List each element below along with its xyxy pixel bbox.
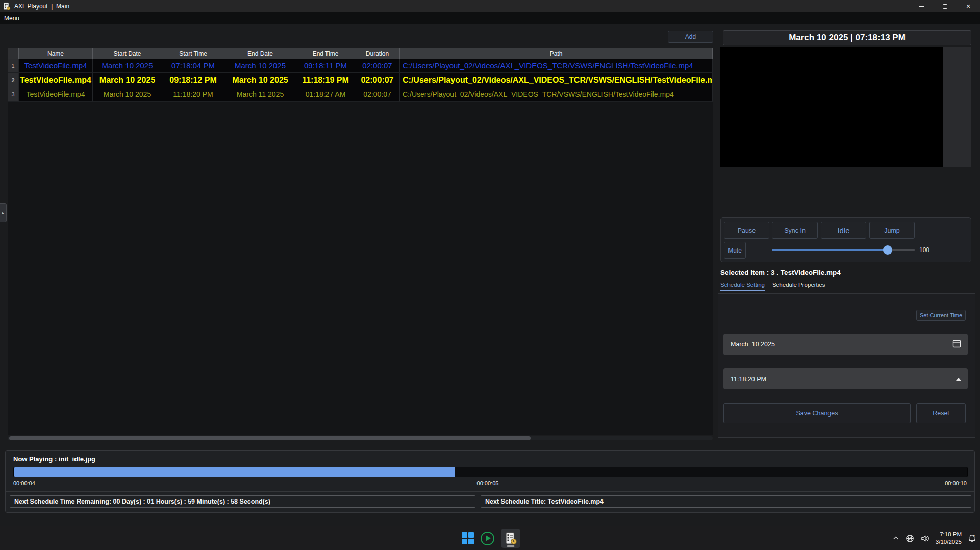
taskbar-time: 7:18 PM [936,531,962,538]
app-icon [3,2,11,10]
cell-start-date: March 10 2025 [93,73,162,87]
volume-slider-thumb[interactable] [883,245,892,255]
column-header-start-time[interactable]: Start Time [162,48,224,59]
column-header-start-date[interactable]: Start Date [93,48,162,59]
tab-schedule-setting[interactable]: Schedule Setting [720,282,765,291]
table-row[interactable]: 2 TestVideoFile.mp4 March 10 2025 09:18:… [8,73,713,87]
current-datetime-header: March 10 2025 | 07:18:13 PM [723,30,971,45]
cell-duration: 02:00:07 [355,87,400,102]
sync-in-button[interactable]: Sync In [772,222,818,239]
menu-item-menu[interactable]: Menu [4,15,19,22]
mute-button[interactable]: Mute [724,242,746,259]
tab-schedule-properties[interactable]: Schedule Properties [772,282,825,291]
cell-path: C:/Users/Playout_02/Videos/AXL_VIDEOS_TC… [400,59,713,73]
cell-start-date: March 10 2025 [93,87,162,102]
cell-end-time: 01:18:27 AM [296,87,355,102]
active-app-indicator [507,545,515,547]
maximize-button[interactable] [933,0,957,12]
row-number: 1 [8,59,19,73]
minimize-button[interactable] [910,0,933,12]
menu-bar: Menu [0,12,980,24]
time-spinner-up-icon[interactable] [956,378,961,381]
progress-fill [14,467,455,477]
side-panel-expander[interactable]: ▸ [0,203,7,222]
next-schedule-remaining: Next Schedule Time Remaining: 00 Day(s) … [10,495,475,508]
save-changes-button[interactable]: Save Changes [723,403,911,423]
app-icon [504,532,517,545]
table-row[interactable]: 1 TestVideoFile.mp4 March 10 2025 07:18:… [8,59,713,73]
cell-duration: 02:00:07 [355,73,400,87]
volume-speaker-icon[interactable] [920,534,930,543]
time-value: 11:18:20 PM [731,376,766,383]
close-button[interactable]: ✕ [957,0,980,12]
middle-time: 00:00:05 [467,480,508,486]
network-globe-icon[interactable] [905,534,915,543]
window-title: AXL Playout | Main [14,3,69,10]
scrollbar-thumb[interactable] [9,436,531,440]
total-time: 00:00:10 [945,480,967,486]
column-header-name[interactable]: Name [19,48,93,59]
cell-name: TestVideoFile.mp4 [19,59,93,73]
video-preview [720,47,943,167]
schedule-table: Name Start Date Start Time End Date End … [8,48,713,435]
cell-start-date: March 10 2025 [93,59,162,73]
column-header-end-date[interactable]: End Date [224,48,296,59]
schedule-date-picker[interactable]: March 10 2025 [723,334,968,355]
table-header-row: Name Start Date Start Time End Date End … [8,48,713,59]
reset-button[interactable]: Reset [916,403,966,423]
set-current-time-button[interactable]: Set Current Time [916,310,966,321]
cell-end-date: March 10 2025 [224,73,296,87]
now-playing-panel: Now Playing : init_idle.jpg 00:00:04 00:… [5,450,975,513]
volume-value: 100 [919,242,929,259]
volume-slider[interactable] [772,242,915,259]
cell-end-time: 11:18:19 PM [296,73,355,87]
tray-chevron-up-icon[interactable] [892,535,899,542]
media-player-taskbar-icon[interactable] [481,532,494,545]
table-horizontal-scrollbar[interactable] [8,436,713,440]
notification-bell-icon[interactable]: z [967,534,977,543]
pause-button[interactable]: Pause [724,222,769,239]
jump-button[interactable]: Jump [869,222,915,239]
minimize-icon [919,6,924,7]
date-value: March 10 2025 [731,341,775,348]
next-schedule-title: Next Schedule Title: TestVideoFile.mp4 [481,495,971,508]
maximize-icon [943,4,947,9]
video-preview-container [720,47,971,167]
volume-slider-fill [772,249,888,251]
playback-controls-panel: Pause Sync In Idle Jump Mute 100 [720,217,971,262]
cell-end-date: March 11 2025 [224,87,296,102]
cell-start-time: 09:18:12 PM [162,73,224,87]
cell-end-date: March 10 2025 [224,59,296,73]
idle-button[interactable]: Idle [821,222,866,239]
start-button[interactable] [462,532,474,544]
cell-start-time: 07:18:04 PM [162,59,224,73]
taskbar-date: 3/10/2025 [936,538,962,546]
title-bar: AXL Playout | Main ✕ [0,0,980,12]
axl-playout-taskbar-icon[interactable] [501,529,520,548]
cell-name: TestVideoFile.mp4 [19,87,93,102]
cell-end-time: 09:18:11 PM [296,59,355,73]
table-row[interactable]: 3 TestVideoFile.mp4 March 10 2025 11:18:… [8,87,713,102]
cell-name: TestVideoFile.mp4 [19,73,93,87]
column-header-end-time[interactable]: End Time [296,48,355,59]
tab-strip: Schedule Setting Schedule Properties [720,282,825,291]
column-header-duration[interactable]: Duration [355,48,400,59]
add-button[interactable]: Add [668,31,713,43]
table-corner-cell [8,48,19,59]
schedule-time-picker[interactable]: 11:18:20 PM [723,368,968,389]
calendar-icon[interactable] [952,339,961,349]
taskbar-clock[interactable]: 7:18 PM 3/10/2025 [936,531,962,546]
row-number: 3 [8,87,19,102]
selected-item-label: Selected Item : 3 . TestVideoFile.mp4 [720,269,841,277]
now-playing-label: Now Playing : init_idle.jpg [13,455,95,463]
cell-path: C:/Users/Playout_02/Videos/AXL_VIDEOS_TC… [400,73,713,87]
elapsed-time: 00:00:04 [13,480,35,486]
cell-path: C:/Users/Playout_02/Videos/AXL_VIDEOS_TC… [400,87,713,102]
playback-progress-bar [13,467,968,477]
taskbar: 7:18 PM 3/10/2025 z [0,526,980,550]
cell-start-time: 11:18:20 PM [162,87,224,102]
column-header-path[interactable]: Path [400,48,713,59]
panel-divider [6,491,974,492]
system-tray: 7:18 PM 3/10/2025 z [892,526,977,550]
cell-duration: 02:00:07 [355,59,400,73]
